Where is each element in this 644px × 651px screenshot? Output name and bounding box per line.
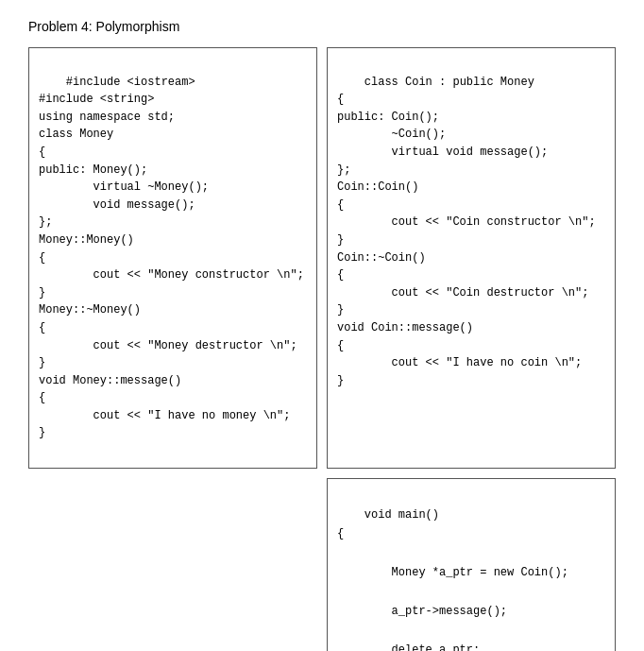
code-right-top-content: class Coin : public Money { public: Coin…: [337, 76, 596, 387]
title-colon: :: [89, 19, 93, 34]
code-left-content: #include <iostream> #include <string> us…: [39, 76, 304, 440]
title-subtitle: Polymorphism: [96, 19, 180, 34]
code-box-right-bottom: void main() { Money *a_ptr = new Coin();…: [327, 478, 616, 651]
problem-title: Problem 4: Polymorphism: [28, 19, 616, 34]
code-section-bottom: void main() { Money *a_ptr = new Coin();…: [28, 478, 616, 651]
code-section-top: #include <iostream> #include <string> us…: [28, 47, 616, 469]
code-box-right-top: class Coin : public Money { public: Coin…: [327, 47, 616, 469]
problem-label: Problem 4: [28, 19, 89, 34]
code-box-left: #include <iostream> #include <string> us…: [28, 47, 317, 469]
code-right-bottom-content: void main() { Money *a_ptr = new Coin();…: [337, 508, 568, 651]
